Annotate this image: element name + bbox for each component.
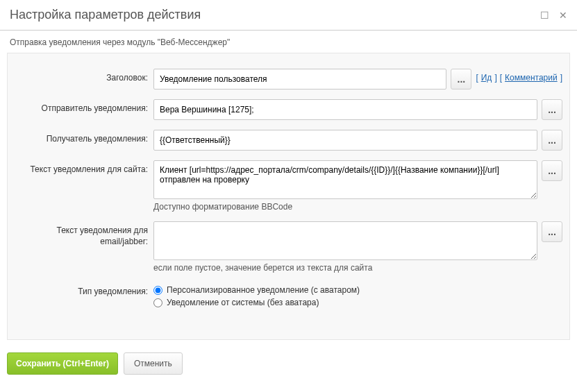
sender-picker-button[interactable]: ... — [542, 99, 562, 120]
radio-system-input[interactable] — [153, 298, 162, 307]
form-body: Заголовок: ... [Ид] [Комментарий] Отправ… — [7, 53, 570, 340]
radio-system-label: Уведомление от системы (без аватара) — [167, 298, 319, 307]
sender-input[interactable] — [153, 99, 537, 120]
link-comment[interactable]: Комментарий — [505, 73, 558, 83]
radio-personalized[interactable]: Персонализированное уведомление (с авата… — [153, 285, 360, 295]
dialog-window: Настройка параметров действия ☐ ✕ Отправ… — [0, 0, 577, 384]
title-bar: Настройка параметров действия ☐ ✕ — [0, 0, 577, 31]
cancel-button[interactable]: Отменить — [124, 352, 183, 375]
label-header: Заголовок: — [15, 69, 153, 84]
dialog-footer: Сохранить (Ctrl+Enter) Отменить — [0, 350, 577, 384]
radio-system[interactable]: Уведомление от системы (без аватара) — [153, 298, 360, 307]
row-site-text: Текст уведомления для сайта: Клиент [url… — [15, 160, 562, 212]
label-recipient: Получатель уведомления: — [15, 130, 153, 145]
label-site-text: Текст уведомления для сайта: — [15, 160, 153, 176]
header-picker-button[interactable]: ... — [451, 69, 471, 90]
label-email-text: Текст уведомления для email/jabber: — [15, 221, 153, 247]
close-icon[interactable]: ✕ — [559, 10, 567, 20]
row-sender: Отправитель уведомления: ... — [15, 99, 562, 120]
window-controls: ☐ ✕ — [540, 10, 567, 20]
dialog-subtitle: Отправка уведомления через модуль "Веб-М… — [0, 31, 577, 53]
email-text-picker-button[interactable]: ... — [542, 221, 562, 242]
recipient-input[interactable] — [153, 130, 537, 151]
row-notif-type: Тип уведомления: Персонализированное уве… — [15, 282, 562, 310]
save-button[interactable]: Сохранить (Ctrl+Enter) — [7, 352, 118, 375]
radio-personalized-label: Персонализированное уведомление (с авата… — [167, 285, 360, 295]
site-text-picker-button[interactable]: ... — [542, 160, 562, 181]
label-sender: Отправитель уведомления: — [15, 99, 153, 114]
email-text-textarea[interactable] — [153, 221, 537, 260]
dialog-title: Настройка параметров действия — [10, 8, 540, 22]
row-header: Заголовок: ... [Ид] [Комментарий] — [15, 69, 562, 90]
row-recipient: Получатель уведомления: ... — [15, 130, 562, 151]
bbcode-helper: Доступно форматирование BBCode — [153, 202, 537, 212]
site-text-textarea[interactable]: Клиент [url=https://адрес_портала/crm/co… — [153, 160, 537, 199]
email-empty-helper: если поле пустое, значение берется из те… — [153, 263, 537, 273]
header-links: [Ид] [Комментарий] — [476, 69, 562, 83]
link-id[interactable]: Ид — [481, 73, 492, 83]
radio-personalized-input[interactable] — [153, 286, 162, 295]
notif-type-radio-group: Персонализированное уведомление (с авата… — [153, 282, 360, 310]
recipient-picker-button[interactable]: ... — [542, 130, 562, 151]
label-notif-type: Тип уведомления: — [15, 282, 153, 298]
header-input[interactable] — [153, 69, 446, 90]
row-email-text: Текст уведомления для email/jabber: если… — [15, 221, 562, 273]
maximize-icon[interactable]: ☐ — [540, 10, 549, 20]
